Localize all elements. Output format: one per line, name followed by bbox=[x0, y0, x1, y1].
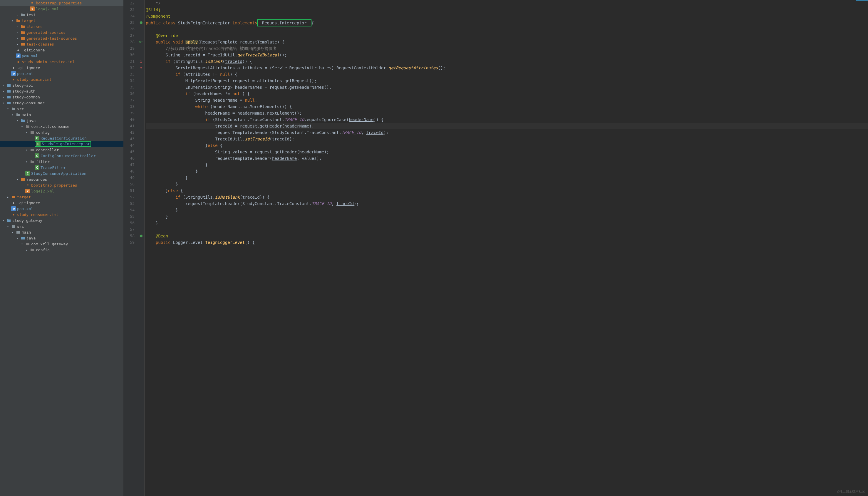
code-line[interactable]: ServletRequestAttributes attributes = (S… bbox=[146, 65, 868, 71]
code-line[interactable]: } bbox=[146, 220, 868, 226]
code-line[interactable]: String traceId = TraceIdUtil.getTraceIdB… bbox=[146, 52, 868, 58]
tree-arrow[interactable]: ▸ bbox=[2, 95, 6, 99]
tree-item-study-admin-iml[interactable]: ▪study-admin.iml bbox=[0, 76, 123, 82]
tree-item-target[interactable]: ▸target bbox=[0, 194, 123, 200]
tree-item--gitignore[interactable]: ◆.gitignore bbox=[0, 200, 123, 206]
tree-arrow[interactable]: ▾ bbox=[12, 231, 15, 234]
tree-arrow[interactable]: ▾ bbox=[21, 243, 25, 246]
code-line[interactable]: if (StringUtils.isBlank(traceId)) { bbox=[146, 58, 868, 65]
tree-item-pom-xml[interactable]: mpom.xml bbox=[0, 53, 123, 59]
code-line[interactable] bbox=[146, 226, 868, 233]
code-line[interactable]: } bbox=[146, 207, 868, 213]
code-line[interactable]: if (StringUtils.isNotBlank(traceId)) { bbox=[146, 194, 868, 200]
code-line[interactable]: if (StudyConstant.TraceConstant.TRACE_ID… bbox=[146, 117, 868, 123]
code-line[interactable]: String values = request.getHeader(header… bbox=[146, 149, 868, 155]
code-line[interactable]: */ bbox=[146, 0, 868, 6]
tree-item-studyfeigninterceptor[interactable]: CStudyFeignInterceptor bbox=[0, 141, 123, 147]
code-line[interactable]: Enumeration<String> headerNames = reques… bbox=[146, 84, 868, 91]
code-line[interactable]: requestTemplate.header(StudyConstant.Tra… bbox=[146, 129, 868, 136]
tree-item--gitignore[interactable]: ◆.gitignore bbox=[0, 47, 123, 53]
tree-item-pom-xml[interactable]: mpom.xml bbox=[0, 206, 123, 212]
tree-item-configconsumercontroller[interactable]: CConfigConsumerController bbox=[0, 153, 123, 159]
code-line[interactable]: requestTemplate.header(StudyConstant.Tra… bbox=[146, 200, 868, 207]
code-line[interactable]: } bbox=[146, 161, 868, 168]
code-content[interactable]: */@Slf4j@Componentpublic class StudyFeig… bbox=[144, 0, 868, 496]
code-line[interactable]: public class StudyFeignInterceptor imple… bbox=[146, 19, 868, 26]
code-line[interactable]: if (attributes != null) { bbox=[146, 71, 868, 78]
tree-item-classes[interactable]: ▸classes bbox=[0, 24, 123, 29]
tree-item-bootstrap-properties[interactable]: ≡bootstrap.properties bbox=[0, 0, 123, 6]
tree-item-study-admin-service-iml[interactable]: ▪study-admin-service.iml bbox=[0, 59, 123, 65]
project-tree-sidebar[interactable]: ≡bootstrap.propertiesxlog4j2.xml▸test▾ta… bbox=[0, 0, 123, 496]
tree-item-main[interactable]: ▾main bbox=[0, 229, 123, 235]
code-line[interactable]: } bbox=[146, 181, 868, 187]
code-line[interactable]: requestTemplate.header(headerName, value… bbox=[146, 155, 868, 161]
tree-arrow[interactable]: ▸ bbox=[16, 37, 20, 40]
tree-arrow[interactable]: ▾ bbox=[2, 219, 6, 222]
code-line[interactable] bbox=[146, 26, 868, 32]
code-line[interactable]: while (headerNames.hasMoreElements()) { bbox=[146, 104, 868, 110]
tree-item-config[interactable]: ▸config bbox=[0, 247, 123, 253]
code-line[interactable]: } bbox=[146, 174, 868, 181]
code-editor[interactable]: 2223242526272829303132333435363738394041… bbox=[123, 0, 868, 496]
code-line[interactable]: public void apply(RequestTemplate reques… bbox=[146, 39, 868, 45]
tree-arrow[interactable]: ▾ bbox=[16, 236, 20, 240]
code-line[interactable]: @Component bbox=[146, 13, 868, 19]
tree-arrow[interactable]: ▸ bbox=[16, 31, 20, 34]
tree-item-log4j2-xml[interactable]: xlog4j2.xml bbox=[0, 188, 123, 194]
tree-item--gitignore[interactable]: ◆.gitignore bbox=[0, 65, 123, 71]
tree-item-study-consumer-iml[interactable]: ▪study-consumer.iml bbox=[0, 212, 123, 217]
tree-arrow[interactable]: ▾ bbox=[7, 107, 11, 110]
tree-item-target[interactable]: ▾target bbox=[0, 18, 123, 24]
tree-arrow[interactable]: ▾ bbox=[16, 178, 20, 181]
tree-arrow[interactable]: ▾ bbox=[26, 160, 29, 164]
tree-arrow[interactable]: ▸ bbox=[16, 25, 20, 28]
tree-item-bootstrap-properties[interactable]: ≡bootstrap.properties bbox=[0, 182, 123, 188]
code-line[interactable]: headerName = headerNames.nextElement(); bbox=[146, 110, 868, 117]
tree-item-tracefilter[interactable]: CTraceFilter bbox=[0, 165, 123, 170]
code-line[interactable]: HttpServletRequest request = attributes.… bbox=[146, 78, 868, 84]
tree-item-config[interactable]: ▾config bbox=[0, 129, 123, 135]
tree-arrow[interactable]: ▸ bbox=[7, 196, 11, 199]
code-line[interactable]: @Override bbox=[146, 32, 868, 39]
tree-item-test-classes[interactable]: ▸test-classes bbox=[0, 41, 123, 47]
tree-item-com-xzll-gateway[interactable]: ▾com.xzll.gateway bbox=[0, 241, 123, 247]
tree-item-study-auth[interactable]: ▸study-auth bbox=[0, 88, 123, 94]
tree-item-study-common[interactable]: ▸study-common bbox=[0, 94, 123, 100]
tree-arrow[interactable]: ▾ bbox=[7, 225, 11, 228]
tree-item-pom-xml[interactable]: mpom.xml bbox=[0, 71, 123, 76]
tree-arrow[interactable]: ▾ bbox=[26, 131, 29, 134]
tree-item-filter[interactable]: ▾filter bbox=[0, 159, 123, 165]
tree-item-java[interactable]: ▾java bbox=[0, 235, 123, 241]
tree-arrow[interactable]: ▾ bbox=[12, 113, 15, 117]
code-line[interactable]: //获取调用方服务的traceId并传递给 被调用的服务提供者 bbox=[146, 45, 868, 52]
tree-item-main[interactable]: ▾main bbox=[0, 112, 123, 118]
tree-item-src[interactable]: ▾src bbox=[0, 106, 123, 112]
tree-item-requestconfiguration[interactable]: CRequestConfiguration bbox=[0, 135, 123, 141]
tree-arrow[interactable]: ▸ bbox=[16, 13, 20, 16]
tree-item-study-api[interactable]: ▸study-api bbox=[0, 82, 123, 88]
code-line[interactable]: }else { bbox=[146, 187, 868, 194]
tree-item-test[interactable]: ▸test bbox=[0, 12, 123, 18]
tree-item-resources[interactable]: ▾resources bbox=[0, 176, 123, 182]
code-line[interactable]: traceId = request.getHeader(headerName); bbox=[146, 123, 868, 129]
code-line[interactable]: if (headerNames != null) { bbox=[146, 91, 868, 97]
tree-arrow[interactable]: ▾ bbox=[2, 102, 6, 105]
tree-item-generated-sources[interactable]: ▸generated-sources bbox=[0, 29, 123, 35]
tree-item-study-gateway[interactable]: ▾study-gateway bbox=[0, 217, 123, 223]
tree-arrow[interactable]: ▸ bbox=[26, 248, 29, 251]
tree-arrow[interactable]: ▾ bbox=[21, 125, 25, 128]
tree-item-studyconsumerapplication[interactable]: CStudyConsumerApplication bbox=[0, 170, 123, 176]
tree-item-controller[interactable]: ▾controller bbox=[0, 147, 123, 153]
tree-item-src[interactable]: ▾src bbox=[0, 223, 123, 229]
tree-arrow[interactable]: ▾ bbox=[16, 119, 20, 122]
code-line[interactable]: @Bean bbox=[146, 233, 868, 239]
tree-arrow[interactable]: ▸ bbox=[2, 84, 6, 87]
code-line[interactable]: public Logger.Level feignLoggerLevel() { bbox=[146, 239, 868, 246]
tree-item-java[interactable]: ▾java bbox=[0, 118, 123, 123]
tree-arrow[interactable]: ▾ bbox=[26, 149, 29, 152]
tree-item-generated-test-sources[interactable]: ▸generated-test-sources bbox=[0, 35, 123, 41]
code-line[interactable]: } bbox=[146, 213, 868, 220]
tree-item-study-consumer[interactable]: ▾study-consumer bbox=[0, 100, 123, 106]
tree-arrow[interactable]: ▾ bbox=[12, 19, 15, 22]
